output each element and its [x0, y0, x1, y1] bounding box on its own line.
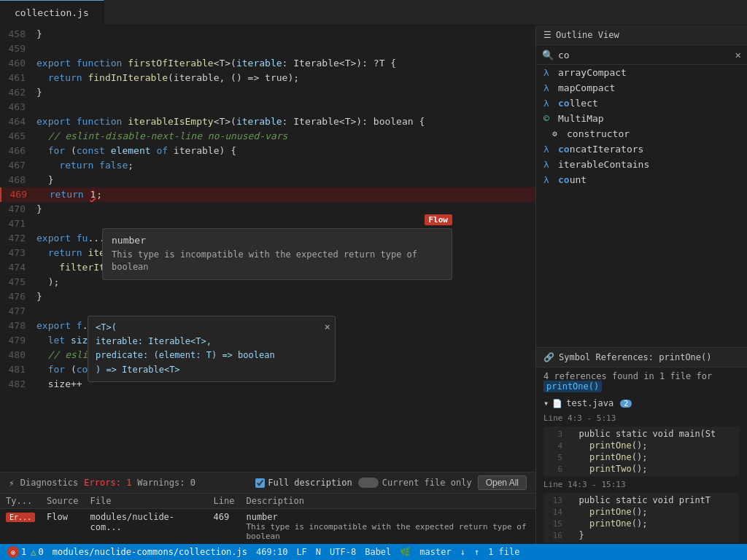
diagnostic-popup: Flow number This type is incompatible wi… — [102, 228, 452, 280]
lambda-icon: λ — [543, 159, 554, 170]
diagnostic-body: number This type is incompatible with th… — [103, 229, 452, 279]
outline-item-iterablecontains[interactable]: λ iterableContains — [536, 157, 747, 172]
language[interactable]: Babel — [365, 547, 391, 557]
autocomplete-content: <T>( iterable: Iterable<T>, predicate: (… — [88, 316, 335, 381]
col-desc: Description — [240, 494, 535, 509]
open-all-button[interactable]: Open All — [478, 475, 527, 490]
arrow-down[interactable]: ↓ — [460, 547, 465, 557]
tab-bar: collection.js — [0, 0, 747, 26]
table-row: 3 public static void main(St — [543, 428, 740, 440]
outline-search: 🔍 ✕ — [536, 45, 747, 65]
refs-code-block-2: 13 public static void printT 14 printOne… — [543, 493, 740, 542]
table-row: 14 printOne(); — [543, 506, 740, 518]
status-bar: ⊗ 1 △ 0 modules/nuclide-commons/collecti… — [0, 544, 747, 560]
warnings-count: 0 — [190, 478, 196, 488]
refs-file-test-java[interactable]: ▾ 📄 test.java 2 — [536, 395, 747, 411]
desc-cell: number This type is incompatible with th… — [240, 509, 535, 545]
autocomplete-popup: × <T>( iterable: Iterable<T>, predicate:… — [88, 316, 336, 382]
outline-item-mapcompact[interactable]: λ mapCompact — [536, 80, 747, 96]
tab-collection-js[interactable]: collection.js — [0, 0, 104, 25]
full-description-checkbox[interactable] — [255, 478, 265, 488]
outline-item-constructor[interactable]: ⚙ constructor — [536, 126, 747, 141]
warning-count: 0 — [38, 547, 43, 557]
file-count: 1 file — [488, 547, 519, 557]
status-right: 469:10 LF N UTF-8 Babel 🌿 master ↓ ↑ 1 f… — [256, 547, 519, 557]
lambda-icon: λ — [543, 67, 554, 78]
git-icon: 🌿 — [400, 547, 411, 557]
diagnostics-table: Ty... Source File Line Description Er...… — [0, 494, 535, 544]
table-row[interactable]: Er... Flow modules/nuclide-com... 469 nu… — [0, 509, 535, 545]
symbol-refs-title: Symbol References: printOne() — [559, 352, 712, 362]
errors-count: 1 — [126, 478, 131, 488]
error-status[interactable]: ⊗ 1 — [7, 546, 26, 558]
table-row: 460 export function firstOfIterable<T>(i… — [0, 56, 535, 71]
branch-name[interactable]: master — [419, 547, 451, 557]
outline-item-concatiterators[interactable]: λ concatIterators — [536, 141, 747, 157]
function-ref-highlight: printOne() — [543, 381, 602, 392]
table-row: 465 // eslint-disable-next-line no-unuse… — [0, 129, 535, 144]
encoding[interactable]: UTF-8 — [330, 547, 356, 557]
table-row: 463 — [0, 100, 535, 114]
clear-icon[interactable]: ✕ — [735, 49, 741, 61]
col-line: Line — [208, 494, 241, 509]
arrow-up[interactable]: ↑ — [474, 547, 479, 557]
lambda-icon: λ — [543, 144, 554, 155]
gear-icon: ⚙ — [552, 129, 562, 139]
full-description-wrap[interactable]: Full description — [255, 478, 352, 488]
col-type: Ty... — [0, 494, 41, 509]
outline-item-collect[interactable]: λ collect — [536, 96, 747, 111]
outline-item-count[interactable]: λ count — [536, 172, 747, 187]
table-row: 468 } — [0, 173, 535, 187]
table-row: 5 printOne(); — [543, 451, 740, 463]
main-area: 458 } 459 460 export function firstOfIte… — [0, 26, 747, 544]
file-path: modules/nuclide-commons/collection.js — [53, 547, 247, 557]
close-icon[interactable]: × — [325, 321, 330, 332]
full-description-label: Full description — [268, 478, 352, 488]
lambda-icon: λ — [543, 174, 554, 185]
status-left: ⊗ 1 △ 0 — [7, 546, 44, 558]
outline-search-input[interactable] — [558, 50, 735, 61]
line-endings[interactable]: LF — [296, 547, 306, 557]
outline-list: λ arrayCompact λ mapCompact λ collect © … — [536, 65, 747, 347]
table-row: 6 printTwo(); — [543, 463, 740, 475]
outline-item-multimap[interactable]: © MultiMap — [536, 111, 747, 126]
diag-controls: Full description Current file only Open … — [255, 475, 527, 490]
symbol-refs-panel: 🔗 Symbol References: printOne() 4 refere… — [536, 347, 747, 544]
outline-icon: ☰ — [543, 30, 551, 40]
table-row: 15 printOne(); — [543, 518, 740, 529]
error-badge: Er... — [6, 513, 35, 522]
diagnostic-message: This type is incompatible with the expec… — [112, 249, 443, 273]
editor-pane: 458 } 459 460 export function firstOfIte… — [0, 26, 535, 544]
code-area[interactable]: 458 } 459 460 export function firstOfIte… — [0, 26, 535, 472]
table-row: 470 } — [0, 202, 535, 217]
tab-label: collection.js — [15, 7, 89, 18]
file-icon: 📄 — [552, 399, 562, 408]
file-cell: modules/nuclide-com... — [84, 509, 207, 545]
current-file-wrap[interactable]: Current file only — [358, 478, 472, 488]
current-file-toggle[interactable] — [358, 478, 379, 488]
table-row: 469 return 1; — [0, 187, 535, 202]
error-count-icon: ⊗ — [7, 546, 19, 558]
indent-mode[interactable]: N — [316, 547, 321, 557]
flow-badge: Flow — [425, 214, 453, 225]
diagnostics-title: Diagnostics — [20, 478, 78, 488]
table-row: 16 } — [543, 529, 740, 541]
table-row: 4 printOne(); — [543, 440, 740, 451]
current-file-label: Current file only — [382, 478, 472, 488]
refs-location-1: Line 4:3 - 5:13 — [536, 411, 747, 425]
outline-item-arraycompact[interactable]: λ arrayCompact — [536, 65, 747, 80]
diagnostics-panel: ⚡ Diagnostics Errors: 1 Warnings: 0 Full… — [0, 472, 535, 544]
table-row: 476 } — [0, 289, 535, 304]
cursor-position[interactable]: 469:10 — [256, 547, 287, 557]
refs-icon: 🔗 — [543, 352, 554, 362]
table-row: 462 } — [0, 85, 535, 100]
warning-status[interactable]: △ 0 — [31, 547, 43, 557]
table-row: 467 return false; — [0, 158, 535, 173]
warnings-label: Warnings: 0 — [137, 478, 196, 488]
lambda-icon: λ — [543, 98, 554, 109]
refs-location-2: Line 14:3 - 15:13 — [536, 478, 747, 491]
circle-icon: © — [543, 113, 554, 124]
diagnostics-header: ⚡ Diagnostics Errors: 1 Warnings: 0 Full… — [0, 472, 535, 494]
symbol-refs-header: 🔗 Symbol References: printOne() — [536, 348, 747, 368]
outline-title: Outline View — [556, 30, 619, 40]
